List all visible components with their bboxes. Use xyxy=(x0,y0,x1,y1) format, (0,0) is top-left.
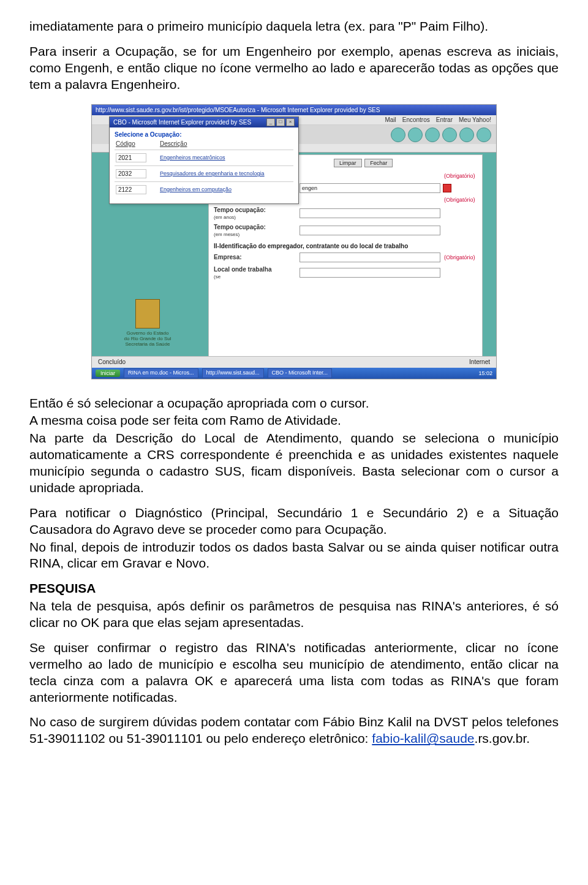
minimize-icon[interactable]: _ xyxy=(266,118,275,126)
taskbar-item[interactable]: http://www.sist.saud... xyxy=(202,368,264,378)
ocupacao-code: 2021 xyxy=(116,153,146,162)
ocupacao-row[interactable]: 2122 Engenheiros em computação xyxy=(115,181,293,197)
col-codigo[interactable]: Código xyxy=(116,140,160,147)
taskbar-clock: 15:02 xyxy=(478,370,492,376)
toolbar-icon[interactable] xyxy=(391,127,405,142)
screenshot-figure: http://www.sist.saude.rs.gov.br/ist/prot… xyxy=(29,104,559,379)
lookup-icon[interactable] xyxy=(443,184,451,192)
toolbar-item[interactable]: Meu Yahoo! xyxy=(459,116,491,123)
paragraph: Na tela de pesquisa, após definir os par… xyxy=(29,598,559,631)
paragraph: Para notificar o Diagnóstico (Principal,… xyxy=(29,505,559,538)
government-crest: Governo do Estado do Rio Grande do Sul S… xyxy=(102,299,194,347)
paragraph: Então é só selecionar a ocupação apropri… xyxy=(29,395,559,412)
hint-obrigatorio: (Obrigatório) xyxy=(440,254,477,260)
paragraph: Se quiser confirmar o registro das RINA'… xyxy=(29,640,559,706)
popup-heading: Selecione a Ocupação: xyxy=(115,131,293,138)
ocupacao-desc[interactable]: Engenheiros mecatrônicos xyxy=(160,154,292,161)
paragraph: Na parte da Descrição do Local de Atendi… xyxy=(29,430,559,496)
tempo-anos-input[interactable] xyxy=(300,208,440,218)
paragraph-contact: No caso de surgirem dúvidas podem contat… xyxy=(29,714,559,747)
toolbar-item[interactable]: Mail xyxy=(385,116,396,123)
paragraph: No final, depois de introduzir todos os … xyxy=(29,539,559,572)
status-left: Concluído xyxy=(98,359,126,365)
maximize-icon[interactable]: □ xyxy=(276,118,285,126)
ocupacao-code: 2122 xyxy=(116,185,146,194)
toolbar-icon[interactable] xyxy=(442,127,457,142)
intro-paragraph-2: Para inserir a Ocupação, se for um Engen… xyxy=(29,44,559,93)
hint-obrigatorio: (Obrigatório) xyxy=(440,173,477,179)
limpar-button[interactable]: Limpar xyxy=(334,159,362,167)
local-input[interactable] xyxy=(300,268,440,278)
label-empresa: Empresa: xyxy=(214,254,300,260)
ocupacao-row[interactable]: 2021 Engenheiros mecatrônicos xyxy=(115,150,293,165)
section-empregador-heading: II-Identificação do empregador, contrata… xyxy=(214,239,477,251)
hint-obrigatorio: (Obrigatório) xyxy=(440,197,477,203)
label-tempo-meses: Tempo ocupação: (em meses) xyxy=(214,224,300,237)
toolbar-item[interactable]: Entrar xyxy=(436,116,453,123)
toolbar-icon[interactable] xyxy=(477,127,491,142)
taskbar-item[interactable]: CBO - Microsoft Inter... xyxy=(268,368,333,378)
browser-statusbar: Concluído Internet xyxy=(92,356,496,368)
ocupacao-popup: CBO - Microsoft Internet Explorer provid… xyxy=(109,116,299,204)
screenshot-window: http://www.sist.saude.rs.gov.br/ist/prot… xyxy=(91,104,497,379)
label-local: Local onde trabalha (se xyxy=(214,266,300,279)
fechar-button[interactable]: Fechar xyxy=(364,159,393,167)
toolbar-icon[interactable] xyxy=(459,127,474,142)
windows-taskbar: Iniciar RINA en mo.doc - Micros... http:… xyxy=(92,368,496,379)
close-icon[interactable]: × xyxy=(286,118,295,126)
ocupacao-input[interactable]: engen xyxy=(300,183,440,193)
start-button[interactable]: Iniciar xyxy=(96,370,120,377)
browser-titlebar: http://www.sist.saude.rs.gov.br/ist/prot… xyxy=(92,105,496,115)
ocupacao-desc[interactable]: Pesquisadores de engenharia e tecnologia xyxy=(160,170,292,177)
status-right: Internet xyxy=(469,359,490,365)
tempo-meses-input[interactable] xyxy=(300,226,440,235)
crest-icon xyxy=(135,299,160,329)
taskbar-item[interactable]: RINA en mo.doc - Micros... xyxy=(124,368,198,378)
col-descricao[interactable]: Descrição xyxy=(160,140,292,147)
paragraph: A mesma coisa pode ser feita com Ramo de… xyxy=(29,412,559,429)
pesquisa-heading: PESQUISA xyxy=(29,580,559,597)
empresa-input[interactable] xyxy=(300,253,440,262)
label-tempo-anos: Tempo ocupação: (em anos) xyxy=(214,207,300,220)
intro-paragraph-1: imediatamente para o primeiro município … xyxy=(29,18,559,35)
ocupacao-desc[interactable]: Engenheiros em computação xyxy=(160,186,292,192)
email-link[interactable]: fabio-kalil@saude xyxy=(372,731,474,745)
toolbar-item[interactable]: Encontros xyxy=(402,116,430,123)
toolbar-icon[interactable] xyxy=(408,127,423,142)
ocupacao-row[interactable]: 2032 Pesquisadores de engenharia e tecno… xyxy=(115,165,293,181)
toolbar-icon[interactable] xyxy=(425,127,440,142)
popup-title-text: CBO - Microsoft Internet Explorer provid… xyxy=(113,119,251,126)
ocupacao-code: 2032 xyxy=(116,169,146,178)
